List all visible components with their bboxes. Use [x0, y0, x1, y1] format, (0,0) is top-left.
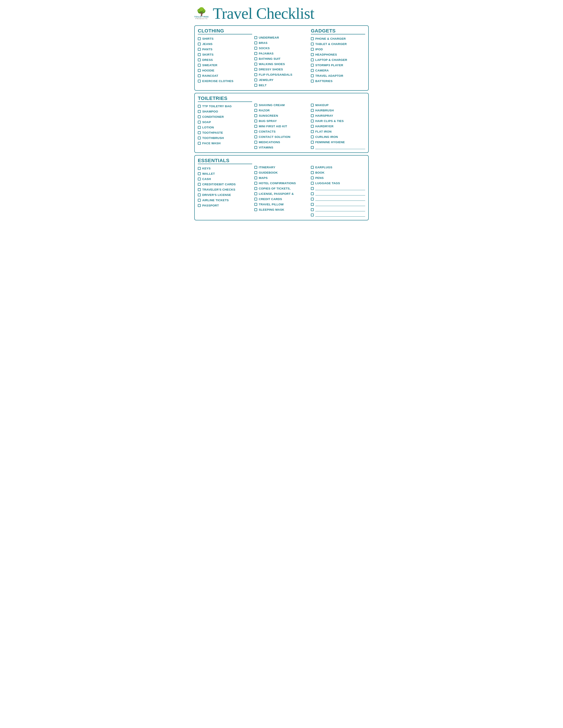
checkbox-icon[interactable] [311, 37, 314, 40]
list-item: SHAVING CREAM [254, 103, 309, 107]
checkbox-icon[interactable] [311, 69, 314, 72]
checkbox-icon[interactable] [198, 167, 201, 170]
checkbox-icon[interactable] [311, 53, 314, 56]
checkbox-icon[interactable] [254, 130, 257, 133]
checkbox-icon[interactable] [254, 208, 257, 211]
list-item: IPOD [311, 47, 365, 52]
checkbox-icon[interactable] [311, 120, 314, 122]
checkbox-icon[interactable] [198, 183, 201, 186]
checkbox-icon[interactable] [254, 79, 257, 81]
checkbox-icon[interactable] [198, 199, 201, 202]
checkbox-icon[interactable] [198, 80, 201, 83]
checkbox-icon[interactable] [311, 135, 314, 138]
list-item: DRESS [198, 57, 252, 62]
checkbox-icon[interactable] [254, 141, 257, 144]
checkbox-icon[interactable] [198, 137, 201, 139]
checkbox-icon[interactable] [198, 110, 201, 113]
checkbox-icon[interactable] [254, 176, 257, 179]
item-label: TRAVELER'S CHECKS [202, 188, 235, 191]
item-label: SHAMPOO [202, 110, 218, 113]
logo-tree-icon: 🌳 [196, 8, 206, 16]
item-label: SHAVING CREAM [259, 103, 285, 107]
checkbox-icon[interactable] [198, 178, 201, 180]
checkbox-icon[interactable] [311, 214, 314, 216]
checkbox-icon[interactable] [254, 187, 257, 190]
col-toiletries-1: SHAVING CREAMRAZORSUNSCREENBUG SPRAYMINI… [254, 96, 309, 150]
checkbox-icon[interactable] [198, 142, 201, 145]
checkbox-icon[interactable] [311, 64, 314, 67]
checkbox-icon[interactable] [311, 48, 314, 51]
checkbox-icon[interactable] [254, 203, 257, 206]
checkbox-icon[interactable] [254, 68, 257, 71]
checkbox-icon[interactable] [311, 80, 314, 83]
checkbox-icon[interactable] [198, 74, 201, 77]
checkbox-icon[interactable] [311, 192, 314, 195]
checkbox-icon[interactable] [254, 52, 257, 55]
checkbox-icon[interactable] [198, 172, 201, 175]
checkbox-icon[interactable] [311, 208, 314, 211]
checkbox-icon[interactable] [311, 171, 314, 174]
checkbox-icon[interactable] [198, 53, 201, 56]
checkbox-icon[interactable] [254, 120, 257, 122]
checkbox-icon[interactable] [198, 105, 201, 108]
checkbox-icon[interactable] [198, 115, 201, 118]
checkbox-icon[interactable] [254, 192, 257, 195]
checkbox-icon[interactable] [311, 43, 314, 45]
checkbox-icon[interactable] [254, 41, 257, 44]
checkbox-icon[interactable] [254, 63, 257, 66]
checkbox-icon[interactable] [254, 36, 257, 39]
item-label: LICENSE, PASSPORT & [259, 192, 294, 195]
checkbox-icon[interactable] [198, 64, 201, 67]
checkbox-icon[interactable] [311, 125, 314, 128]
checkbox-icon[interactable] [254, 198, 257, 201]
checkbox-icon[interactable] [254, 47, 257, 50]
list-item: MEDICATIONS [254, 140, 309, 144]
checkbox-icon[interactable] [198, 37, 201, 40]
checkbox-icon[interactable] [254, 166, 257, 169]
item-label: BATHING SUIT [259, 57, 280, 60]
checkbox-icon[interactable] [311, 141, 314, 144]
list-item: AIRLINE TICKETS [198, 198, 252, 203]
checkbox-icon[interactable] [198, 188, 201, 191]
checkbox-icon[interactable] [198, 204, 201, 207]
checkbox-icon[interactable] [254, 182, 257, 185]
list-item: TABLET & CHARGER [311, 41, 365, 46]
checkbox-icon[interactable] [311, 166, 314, 169]
checkbox-icon[interactable] [311, 176, 314, 179]
checkbox-icon[interactable] [254, 104, 257, 107]
checkbox-icon[interactable] [198, 69, 201, 72]
checkbox-icon[interactable] [198, 121, 201, 124]
checkbox-icon[interactable] [254, 146, 257, 149]
checkbox-icon[interactable] [198, 126, 201, 129]
checkbox-icon[interactable] [311, 74, 314, 77]
checkbox-icon[interactable] [254, 171, 257, 174]
checkbox-icon[interactable] [198, 43, 201, 45]
list-item: SOCKS [254, 46, 309, 51]
checkbox-icon[interactable] [254, 84, 257, 87]
checkbox-icon[interactable] [198, 193, 201, 196]
checkbox-icon[interactable] [311, 58, 314, 61]
checkbox-icon[interactable] [311, 109, 314, 112]
list-item: VITAMINS [254, 145, 309, 150]
checkbox-icon[interactable] [311, 203, 314, 206]
list-item: LOTION [198, 125, 252, 130]
checkbox-icon[interactable] [311, 187, 314, 190]
checkbox-icon[interactable] [254, 109, 257, 112]
checkbox-icon[interactable] [311, 130, 314, 133]
checkbox-icon[interactable] [311, 104, 314, 107]
custom-item-field [315, 197, 365, 201]
checkbox-icon[interactable] [198, 58, 201, 61]
checkbox-icon[interactable] [198, 131, 201, 134]
item-label: HOTEL CONFIRMATIONS [259, 182, 296, 185]
checkbox-icon[interactable] [198, 48, 201, 51]
checkbox-icon[interactable] [254, 135, 257, 138]
list-item: PENS [311, 175, 365, 180]
checkbox-icon[interactable] [311, 198, 314, 201]
checkbox-icon[interactable] [311, 146, 314, 149]
checkbox-icon[interactable] [254, 57, 257, 60]
checkbox-icon[interactable] [254, 114, 257, 117]
checkbox-icon[interactable] [254, 73, 257, 76]
checkbox-icon[interactable] [311, 114, 314, 117]
checkbox-icon[interactable] [254, 125, 257, 128]
checkbox-icon[interactable] [311, 182, 314, 185]
